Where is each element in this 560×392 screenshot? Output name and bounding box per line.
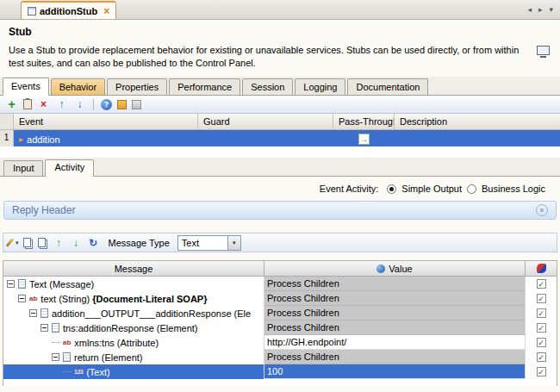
attribute-node-icon: ab [63, 339, 71, 346]
row-checkbox[interactable]: ✓ [537, 279, 546, 289]
tree-node-value[interactable]: Process Children [264, 306, 526, 320]
number-node-icon: 123 [74, 369, 83, 375]
tree-node-label: (Text) [86, 367, 110, 377]
tree-node-value[interactable]: http://GH.endpoint/ [264, 335, 526, 350]
radio-business-logic-label: Business Logic [482, 184, 545, 194]
tree-node-label: tns:additionResponse (Element) [63, 323, 198, 333]
tree-row-addition-output[interactable]: addition___OUTPUT___additionResponse (El… [3, 306, 557, 320]
column-header-guard[interactable]: Guard [198, 114, 333, 129]
tree-node-label: xmlns:tns (Attribute) [74, 338, 159, 348]
nav-previous-icon[interactable]: ◂ [527, 5, 532, 14]
radio-simple-output[interactable] [387, 184, 396, 194]
add-event-icon[interactable]: + [5, 98, 18, 111]
tree-node-value[interactable]: Process Children [264, 291, 526, 306]
tree-table-header: Message Value [3, 261, 557, 277]
monitor-icon[interactable] [537, 46, 550, 55]
collapse-toggle-icon[interactable] [18, 295, 26, 302]
activity-panel: Event Activity: Simple Output Business L… [0, 176, 560, 392]
event-row-addition[interactable]: 1 ▸ addition → [0, 130, 560, 146]
message-type-label: Message Type [109, 238, 170, 248]
reply-header-section[interactable]: Reply Header » [3, 201, 557, 220]
tree-connector [52, 342, 60, 343]
tree-node-value[interactable]: 100 [264, 364, 526, 379]
pass-through-icon: → [358, 134, 370, 145]
tree-node-label: return (Element) [74, 352, 142, 363]
column-header-enabled[interactable] [526, 261, 557, 276]
tab-documentation[interactable]: Documentation [347, 78, 428, 95]
node-up-icon[interactable]: ↑ [53, 236, 65, 249]
sub-tab-strip: Input Activity [0, 158, 560, 176]
row-checkbox[interactable]: ✓ [537, 352, 546, 362]
guard-cell[interactable] [198, 130, 333, 146]
tab-list-icon[interactable]: ▾ [549, 5, 553, 14]
radio-business-logic[interactable] [467, 184, 476, 194]
row-checkbox[interactable]: ✓ [537, 338, 546, 347]
node-down-icon[interactable]: ↓ [70, 236, 83, 249]
tab-session[interactable]: Session [242, 78, 293, 95]
column-header-value[interactable]: Value [264, 261, 526, 276]
collapse-toggle-icon[interactable] [7, 280, 15, 288]
column-header-description[interactable]: Description [395, 114, 560, 129]
tree-node-value[interactable]: Process Children [264, 320, 526, 335]
document-tab-additionstub[interactable]: additionStub × [21, 1, 116, 19]
collapse-toggle-icon[interactable] [29, 309, 37, 317]
tree-node-value[interactable]: Process Children [264, 350, 526, 364]
edit-dropdown-icon[interactable]: ▾ [16, 240, 19, 246]
row-checkbox[interactable]: ✓ [537, 367, 546, 376]
description-cell[interactable] [395, 130, 560, 146]
close-tab-icon[interactable]: × [103, 5, 109, 17]
inactive-tool-icon[interactable] [132, 100, 141, 109]
tab-events[interactable]: Events [3, 78, 49, 96]
pass-through-cell[interactable]: → [333, 130, 395, 146]
copy-icon[interactable] [23, 238, 31, 247]
event-activity-row: Event Activity: Simple Output Business L… [3, 177, 557, 201]
tab-behavior[interactable]: Behavior [51, 78, 105, 95]
element-node-icon [63, 352, 71, 362]
tree-row-return[interactable]: return (Element) Process Children ✓ [3, 350, 557, 364]
enabled-column-icon [537, 264, 546, 273]
column-header-pass-through[interactable]: Pass-Through [333, 114, 395, 129]
tree-node-label: addition___OUTPUT___additionResponse (El… [52, 308, 251, 319]
tree-row-text-value[interactable]: 123 (Text) 100 ✓ [3, 364, 557, 379]
move-up-icon[interactable]: ↑ [55, 98, 68, 111]
string-node-icon: ab [29, 295, 37, 302]
tree-row-text-string[interactable]: ab text (String) {Document-Literal SOAP}… [3, 291, 557, 306]
tree-row-text-message[interactable]: Text (Message) Process Children ✓ [3, 277, 557, 291]
row-checkbox[interactable]: ✓ [537, 294, 546, 303]
tab-properties[interactable]: Properties [107, 78, 167, 95]
combo-dropdown-icon: ▾ [227, 236, 240, 250]
row-number-header [0, 114, 14, 129]
paste-icon[interactable] [23, 99, 32, 109]
page-title: Stub [9, 26, 551, 38]
nav-next-icon[interactable]: ▸ [538, 5, 543, 14]
duplicate-icon[interactable] [38, 238, 46, 247]
row-checkbox[interactable]: ✓ [537, 323, 546, 333]
tab-performance[interactable]: Performance [169, 78, 240, 95]
help-icon[interactable]: ? [101, 99, 112, 110]
export-icon[interactable] [117, 100, 127, 109]
edit-icon[interactable] [6, 238, 14, 246]
refresh-icon[interactable]: ↻ [87, 236, 100, 249]
delete-icon[interactable]: × [37, 98, 50, 111]
radio-simple-output-label: Simple Output [401, 184, 462, 194]
collapse-toggle-icon[interactable] [52, 353, 59, 361]
tree-row-xmlns-tns[interactable]: ab xmlns:tns (Attribute) http://GH.endpo… [3, 335, 557, 350]
move-down-icon[interactable]: ↓ [73, 98, 86, 111]
row-number: 1 [0, 130, 14, 146]
column-header-message[interactable]: Message [3, 261, 264, 276]
tab-activity[interactable]: Activity [45, 159, 94, 177]
collapse-chevron-icon[interactable]: » [536, 204, 548, 216]
tab-input[interactable]: Input [3, 160, 43, 176]
collapse-toggle-icon[interactable] [40, 324, 48, 332]
tab-logging[interactable]: Logging [295, 78, 345, 95]
message-type-select[interactable]: Text ▾ [177, 235, 241, 251]
tree-row-tns-additionresponse[interactable]: tns:additionResponse (Element) Process C… [3, 320, 557, 335]
message-toolbar: ▾ ↑ ↓ ↻ Message Type Text ▾ [3, 233, 557, 252]
event-cell: ▸ addition [14, 130, 198, 146]
column-header-event[interactable]: Event [14, 114, 198, 129]
events-table-header: Event Guard Pass-Through Description [0, 114, 560, 130]
row-checkbox[interactable]: ✓ [537, 308, 546, 318]
tree-node-value[interactable]: Process Children [264, 277, 526, 291]
value-column-label: Value [389, 264, 412, 274]
events-toolbar: + × ↑ ↓ ? [0, 96, 560, 114]
